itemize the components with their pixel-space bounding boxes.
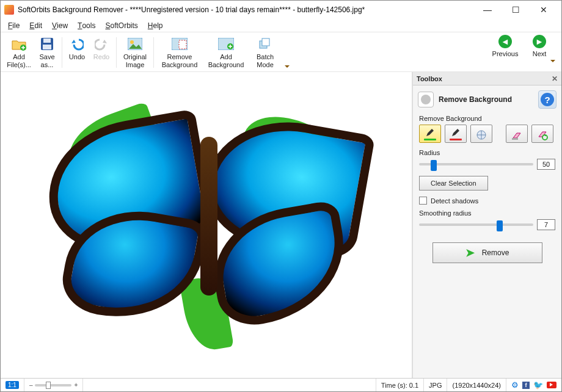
image-content xyxy=(11,94,402,357)
toolbox-title: Toolbox xyxy=(417,75,442,82)
toolbar-overflow[interactable] xyxy=(281,65,290,70)
floppy-icon xyxy=(39,36,55,52)
undo-button[interactable]: Undo xyxy=(65,35,89,62)
previous-label: Previous xyxy=(492,50,519,57)
smoothing-slider[interactable] xyxy=(419,223,533,226)
remove-bg-section-label: Remove Background xyxy=(413,115,561,125)
batch-mode-button[interactable]: Batch Mode xyxy=(249,35,281,70)
add-files-label: Add File(s)... xyxy=(4,53,34,69)
menu-help[interactable]: Help xyxy=(143,19,168,32)
red-marker-tool[interactable] xyxy=(445,125,467,143)
remove-background-button[interactable]: Remove Background xyxy=(156,35,203,70)
batch-mode-label: Batch Mode xyxy=(250,53,280,69)
marker-tool-row xyxy=(413,125,561,149)
add-background-button[interactable]: Add Background xyxy=(203,35,249,70)
remove-background-label: Remove Background xyxy=(158,53,202,69)
nav-overflow[interactable] xyxy=(547,60,555,65)
toolbox-header: Toolbox ✕ xyxy=(413,72,561,85)
save-as-label: Save as... xyxy=(36,53,58,69)
remove-bg-icon xyxy=(172,36,188,52)
menubar: File Edit View Tools SoftOrbits Help xyxy=(1,19,561,32)
menu-tools[interactable]: Tools xyxy=(73,19,100,32)
facebook-icon[interactable]: f xyxy=(522,382,530,389)
toolbox-panel: Toolbox ✕ Remove Background ? Remove Bac… xyxy=(412,72,561,378)
eraser-refresh-tool[interactable] xyxy=(531,125,553,143)
svg-rect-13 xyxy=(512,138,518,140)
titlebar: SoftOrbits Background Remover - ****Unre… xyxy=(1,1,561,19)
canvas[interactable] xyxy=(1,72,412,378)
svg-point-5 xyxy=(130,40,134,44)
status-bar: 1:1 – + Time (s): 0.1 JPG (1920x1440x24)… xyxy=(1,378,561,391)
pencil-icon xyxy=(425,128,435,137)
svg-rect-7 xyxy=(179,40,186,49)
zoom-ratio-badge: 1:1 xyxy=(5,381,19,389)
menu-softorbits[interactable]: SoftOrbits xyxy=(100,19,142,32)
detect-shadows-checkbox[interactable] xyxy=(419,197,427,205)
detect-shadows-label: Detect shadows xyxy=(431,197,478,205)
eraser-tool[interactable] xyxy=(506,125,528,143)
youtube-icon[interactable] xyxy=(547,382,557,388)
play-arrow-icon: ➤ xyxy=(465,246,475,260)
add-bg-icon xyxy=(218,36,234,52)
original-image-button[interactable]: Original Image xyxy=(119,35,151,70)
green-marker-tool[interactable] xyxy=(419,125,441,143)
batch-icon xyxy=(257,36,273,52)
zoom-ratio-cell[interactable]: 1:1 xyxy=(1,379,24,391)
radius-slider[interactable] xyxy=(419,163,533,165)
zoom-in-icon[interactable]: + xyxy=(74,382,78,388)
help-icon: ? xyxy=(541,93,554,106)
next-button[interactable]: ► Next xyxy=(525,35,554,57)
radius-label: Radius xyxy=(413,149,561,159)
next-label: Next xyxy=(533,50,547,57)
eraser-icon xyxy=(511,132,522,140)
zoom-slider-cell: – + xyxy=(24,379,83,391)
clear-selection-button[interactable]: Clear Selection xyxy=(419,176,488,191)
image-icon xyxy=(127,36,143,52)
svg-rect-2 xyxy=(43,38,51,43)
toolbar: Add File(s)... Save as... Undo Redo xyxy=(1,32,561,72)
menu-view[interactable]: View xyxy=(47,19,73,32)
smoothing-value[interactable]: 7 xyxy=(537,219,555,230)
svg-rect-11 xyxy=(262,38,269,46)
pencil-icon xyxy=(451,128,461,137)
redo-label: Redo xyxy=(93,53,109,61)
previous-button[interactable]: ◄ Previous xyxy=(491,35,520,57)
original-image-label: Original Image xyxy=(120,53,150,69)
zoom-out-icon[interactable]: – xyxy=(29,382,33,388)
redo-icon xyxy=(93,36,109,52)
settings-icon[interactable]: ⚙ xyxy=(511,380,519,390)
auto-tool[interactable] xyxy=(470,125,492,143)
menu-file[interactable]: File xyxy=(3,19,24,32)
redo-button[interactable]: Redo xyxy=(89,35,114,62)
maximize-button[interactable]: ☐ xyxy=(502,1,530,19)
zoom-slider[interactable] xyxy=(35,384,71,387)
radius-value[interactable]: 50 xyxy=(537,159,555,170)
arrow-left-icon: ◄ xyxy=(498,35,512,48)
add-files-button[interactable]: Add File(s)... xyxy=(3,35,35,70)
minimize-button[interactable]: — xyxy=(473,1,502,19)
window-controls: — ☐ ✕ xyxy=(473,1,558,19)
close-button[interactable]: ✕ xyxy=(530,1,558,19)
format-cell: JPG xyxy=(424,379,447,391)
eraser-refresh-icon xyxy=(537,131,548,140)
arrow-right-icon: ► xyxy=(533,35,546,48)
folder-plus-icon xyxy=(11,36,27,52)
window-title: SoftOrbits Background Remover - ****Unre… xyxy=(18,5,473,14)
panel-icon xyxy=(418,92,434,107)
globe-icon xyxy=(476,129,487,140)
menu-edit[interactable]: Edit xyxy=(24,19,47,32)
help-button[interactable]: ? xyxy=(538,90,557,109)
remove-label: Remove xyxy=(482,249,509,257)
social-links: ⚙ f 🐦 xyxy=(506,379,561,391)
panel-title: Remove Background xyxy=(439,95,533,104)
toolbox-close-icon[interactable]: ✕ xyxy=(552,74,558,83)
main-area: Toolbox ✕ Remove Background ? Remove Bac… xyxy=(1,72,561,378)
dimensions-cell: (1920x1440x24) xyxy=(447,379,506,391)
twitter-icon[interactable]: 🐦 xyxy=(533,380,543,390)
svg-rect-3 xyxy=(43,45,51,49)
save-as-button[interactable]: Save as... xyxy=(35,35,59,70)
add-background-label: Add Background xyxy=(204,53,248,69)
remove-button[interactable]: ➤ Remove xyxy=(432,242,542,263)
app-icon xyxy=(4,5,14,15)
smoothing-label: Smoothing radius xyxy=(413,209,561,219)
